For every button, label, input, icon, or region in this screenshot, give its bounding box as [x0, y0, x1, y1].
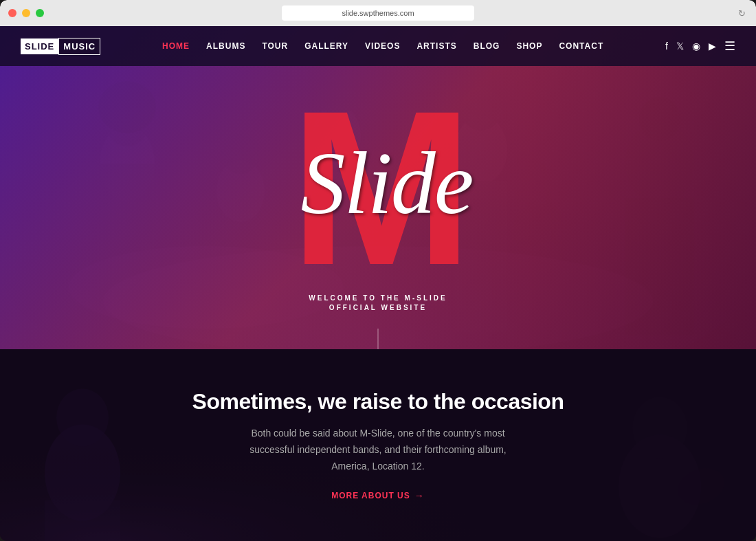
- more-about-label: MORE ABOUT US: [331, 491, 410, 500]
- hero-script-text: Slide: [301, 131, 473, 234]
- hamburger-icon[interactable]: ☰: [724, 38, 735, 54]
- nav-tour[interactable]: TOUR: [262, 41, 288, 51]
- logo-slide: SLIDE: [21, 38, 58, 54]
- about-section: Sometimes, we raise to the occasion Both…: [0, 349, 756, 541]
- nav-albums[interactable]: ALBUMS: [206, 41, 245, 51]
- instagram-icon[interactable]: ◉: [692, 41, 700, 52]
- browser-dot-close[interactable]: [8, 9, 16, 17]
- nav-videos[interactable]: VIDEOS: [365, 41, 400, 51]
- hero-section: M Slide WELCOME TO THE M-SLIDE OFFICIAL …: [0, 26, 756, 349]
- url-text: slide.swpthemes.com: [342, 9, 414, 17]
- nav-shop[interactable]: SHOP: [516, 41, 542, 51]
- browser-dot-maximize[interactable]: [36, 9, 44, 17]
- browser-icons: ↻: [735, 7, 748, 19]
- nav-artists[interactable]: ARTISTS: [416, 41, 456, 51]
- refresh-icon[interactable]: ↻: [735, 7, 748, 19]
- nav-home[interactable]: HOME: [162, 41, 190, 51]
- hero-subtitle: WELCOME TO THE M-SLIDE OFFICIAL WEBSITE: [309, 294, 447, 311]
- more-about-arrow: →: [414, 490, 425, 501]
- navbar: SLIDE MUSIC HOME ALBUMS TOUR GALLERY VID…: [0, 26, 756, 66]
- address-bar[interactable]: slide.swpthemes.com: [282, 5, 474, 21]
- hero-divider-line: [378, 329, 379, 349]
- about-heading: Sometimes, we raise to the occasion: [192, 389, 564, 415]
- youtube-icon[interactable]: ▶: [709, 41, 716, 52]
- welcome-line2: OFFICIAL WEBSITE: [309, 304, 447, 311]
- nav-links: HOME ALBUMS TOUR GALLERY VIDEOS ARTISTS …: [162, 41, 603, 51]
- nav-social: f 𝕏 ◉ ▶ ☰: [665, 38, 735, 54]
- page-wrapper: SLIDE MUSIC HOME ALBUMS TOUR GALLERY VID…: [0, 26, 756, 541]
- browser-chrome: slide.swpthemes.com ↻: [0, 0, 756, 26]
- about-content: Sometimes, we raise to the occasion Both…: [165, 375, 592, 514]
- nav-blog[interactable]: BLOG: [474, 41, 500, 51]
- about-body: Both could be said about M-Slide, one of…: [247, 426, 509, 474]
- logo-music: MUSIC: [58, 38, 100, 55]
- more-about-us-link[interactable]: MORE ABOUT US →: [331, 490, 425, 501]
- browser-dot-minimize[interactable]: [22, 9, 30, 17]
- nav-contact[interactable]: CONTACT: [559, 41, 603, 51]
- facebook-icon[interactable]: f: [665, 41, 668, 52]
- nav-gallery[interactable]: GALLERY: [304, 41, 348, 51]
- twitter-icon[interactable]: 𝕏: [676, 41, 684, 52]
- welcome-line1: WELCOME TO THE M-SLIDE: [309, 294, 447, 302]
- logo[interactable]: SLIDE MUSIC: [21, 38, 100, 55]
